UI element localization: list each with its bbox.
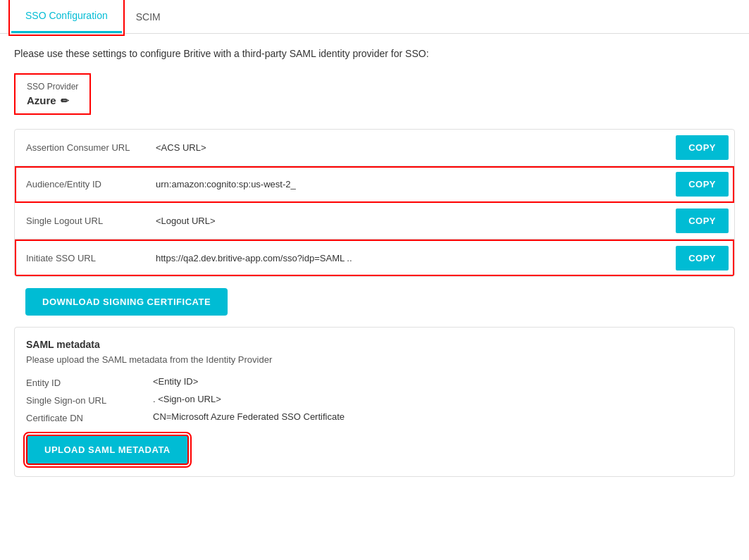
main-content: Please use these settings to configure B… [0, 34, 749, 505]
entity-id-field-value: <Entity ID> [153, 376, 723, 387]
saml-metadata-title: SAML metadata [26, 339, 723, 350]
tab-sso-configuration[interactable]: SSO Configuration [11, 0, 122, 33]
page-wrapper: SSO Configuration SCIM Please use these … [0, 0, 749, 560]
single-signon-url-field-value: . <Sign-on URL> [153, 394, 723, 404]
saml-fields: Entity ID <Entity ID> Single Sign-on URL… [26, 376, 723, 423]
download-signing-certificate-button[interactable]: DOWNLOAD SIGNING CERTIFICATE [25, 288, 228, 316]
initiate-sso-url-value: https://qa2.dev.britive-app.com/sso?idp=… [149, 243, 670, 273]
initiate-sso-url-row: Initiate SSO URL https://qa2.dev.britive… [15, 239, 734, 276]
upload-saml-metadata-button[interactable]: UPLOAD SAML METADATA [26, 435, 189, 465]
saml-metadata-section: SAML metadata Please upload the SAML met… [14, 327, 735, 477]
download-section: DOWNLOAD SIGNING CERTIFICATE [14, 277, 735, 327]
assertion-consumer-url-value: <ACS URL> [149, 132, 670, 163]
entity-id-field-row: Entity ID <Entity ID> [26, 376, 723, 388]
initiate-sso-url-copy-button[interactable]: COPY [676, 246, 729, 270]
edit-sso-provider-icon[interactable]: ✏ [61, 95, 69, 106]
sso-provider-name: Azure [27, 94, 56, 106]
single-signon-url-field-label: Single Sign-on URL [26, 394, 153, 406]
audience-entity-id-copy-button[interactable]: COPY [676, 172, 729, 197]
tabs-bar: SSO Configuration SCIM [0, 0, 749, 34]
sso-provider-box: SSO Provider Azure ✏ [14, 73, 91, 115]
single-logout-url-copy-button[interactable]: COPY [676, 209, 729, 233]
certificate-dn-field-row: Certificate DN CN=Microsoft Azure Federa… [26, 411, 723, 423]
page-description: Please use these settings to configure B… [14, 48, 735, 59]
certificate-dn-field-label: Certificate DN [26, 411, 153, 423]
entity-id-field-label: Entity ID [26, 376, 153, 388]
initiate-sso-url-label: Initiate SSO URL [15, 243, 149, 273]
tab-scim[interactable]: SCIM [122, 0, 175, 33]
audience-entity-id-label: Audience/Entity ID [15, 169, 149, 199]
assertion-consumer-url-row: Assertion Consumer URL <ACS URL> COPY [15, 130, 734, 166]
assertion-consumer-url-label: Assertion Consumer URL [15, 132, 149, 163]
sso-provider-label: SSO Provider [27, 82, 78, 92]
single-signon-url-field-row: Single Sign-on URL . <Sign-on URL> [26, 394, 723, 406]
audience-entity-id-row: Audience/Entity ID urn:amazon:cognito:sp… [15, 166, 734, 203]
single-logout-url-row: Single Logout URL <Logout URL> COPY [15, 203, 734, 239]
sso-provider-value: Azure ✏ [27, 94, 78, 106]
single-logout-url-label: Single Logout URL [15, 206, 149, 236]
audience-entity-id-value: urn:amazon:cognito:sp:us-west-2_ [149, 169, 670, 199]
config-section: Assertion Consumer URL <ACS URL> COPY Au… [14, 129, 735, 277]
assertion-consumer-url-copy-button[interactable]: COPY [676, 135, 729, 160]
saml-metadata-description: Please upload the SAML metadata from the… [26, 354, 723, 365]
certificate-dn-field-value: CN=Microsoft Azure Federated SSO Certifi… [153, 411, 723, 422]
single-logout-url-value: <Logout URL> [149, 206, 670, 236]
